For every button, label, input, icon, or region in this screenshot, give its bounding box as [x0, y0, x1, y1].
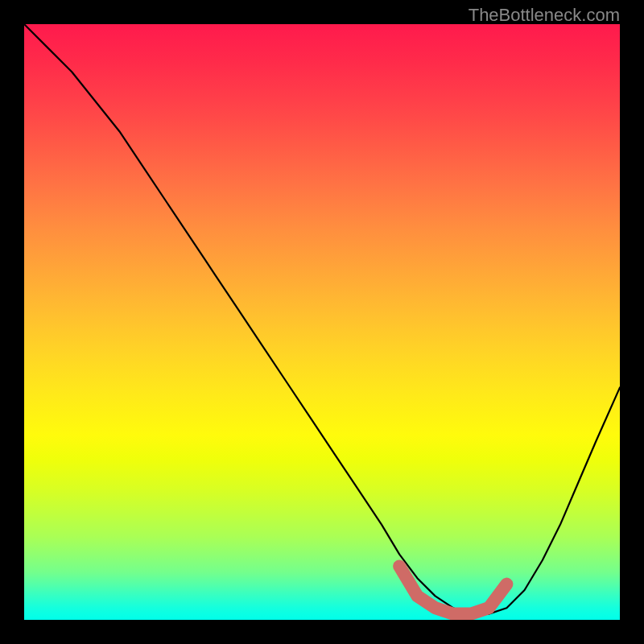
bottleneck-curve-path — [24, 24, 620, 614]
plot-area — [24, 24, 620, 620]
curve-svg — [24, 24, 620, 620]
watermark-text: TheBottleneck.com — [469, 5, 620, 26]
chart-container: TheBottleneck.com — [0, 0, 644, 644]
highlight-minimum-path — [399, 566, 506, 613]
